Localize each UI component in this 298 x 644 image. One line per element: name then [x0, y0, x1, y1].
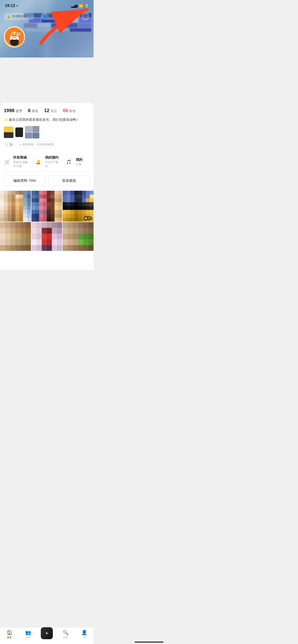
add-friend-btn[interactable]: 添加朋友 — [48, 176, 90, 186]
play-icon: ▶ — [85, 216, 87, 220]
service-shop[interactable]: 🛒 抖音商城 美好生活触手可得 — [4, 152, 30, 171]
music-icon: 🎵 — [64, 157, 73, 167]
following-label: 关注 — [50, 109, 57, 113]
shop-name: 抖音商城 — [13, 156, 30, 160]
header-right-icons: 🔍 ☰ — [71, 12, 90, 20]
open-teen-mode-btn[interactable]: 🔒 开启青少年模式 — [4, 13, 34, 20]
visitor-label: 新访客 4 — [49, 14, 61, 18]
add-tag-btn[interactable]: + 添加年龄、所在地等标签 — [17, 141, 57, 148]
booking-icon: 🔔 — [34, 157, 43, 167]
friends-label: 朋友 — [32, 109, 38, 113]
grid-item-2[interactable] — [32, 191, 62, 222]
content-grid-row2 — [0, 222, 94, 251]
booking-name: 我的预约 — [45, 156, 60, 160]
status-icons: ▂▄▆ 📶 🔋 — [71, 4, 89, 8]
followers-stat[interactable]: 66 粉丝 — [63, 108, 76, 113]
add-tag-label: 添加年龄、所在地等标签 — [22, 142, 54, 146]
bio-text: ✨ 躲在云层里的星星都在发光，我们也要加油鸭～ — [4, 117, 90, 122]
gender-icon: ♀ — [6, 143, 9, 146]
wifi-icon: 📶 — [79, 4, 83, 8]
color-swatches-row — [4, 126, 90, 138]
color-swatch-grid — [25, 126, 39, 138]
action-buttons: 编辑资料 70% 添加朋友 — [4, 176, 90, 186]
video-count: 17 — [88, 216, 91, 220]
profile-card: 1998 获赞 6 朋友 12 关注 66 粉丝 ✨ 躲在云层里的星星都在发光，… — [0, 103, 94, 270]
booking-info: 我的预约 今日1个预约 — [45, 156, 60, 168]
likes-label: 获赞 — [16, 109, 22, 113]
grid-item-4[interactable] — [0, 222, 31, 251]
grid-item-5[interactable] — [32, 222, 62, 251]
svg-point-7 — [14, 36, 15, 37]
following-stat[interactable]: 12 关注 — [44, 108, 57, 113]
music-info: 我的 已收 — [76, 158, 83, 166]
plus-icon: + — [20, 143, 21, 146]
followers-count: 66 — [63, 108, 68, 113]
color-swatch-yellow — [4, 126, 14, 138]
color-swatch-dark — [15, 128, 23, 137]
followers-label: 粉丝 — [69, 109, 76, 113]
tags-row: ♀ 女 + 添加年龄、所在地等标签 — [4, 141, 90, 148]
battery-icon: 🔋 — [85, 4, 89, 8]
content-grid: ▶ 17 — [0, 191, 94, 222]
music-name: 我的 — [76, 158, 83, 162]
stats-row: 1998 获赞 6 朋友 12 关注 66 粉丝 — [4, 108, 90, 113]
search-btn[interactable]: 🔍 — [71, 12, 79, 20]
avatar-area — [4, 26, 25, 48]
friends-count: 6 — [28, 108, 31, 113]
music-desc: 已收 — [76, 162, 83, 166]
svg-point-6 — [15, 35, 16, 36]
services-row: 🛒 抖音商城 美好生活触手可得 🔔 我的预约 今日1个预约 🎵 我的 已收 — [4, 152, 90, 172]
gender-tag: ♀ 女 — [4, 142, 15, 148]
lock-icon: 🔒 — [7, 14, 11, 18]
location-icon: ➤ — [16, 4, 19, 8]
open-teen-mode-label: 开启青少年模式 — [12, 14, 32, 18]
service-booking[interactable]: 🔔 我的预约 今日1个预约 — [30, 152, 60, 171]
header-nav: 🔒 开启青少年模式 👥 新访客 4 🔍 ☰ — [0, 12, 94, 20]
svg-point-2 — [11, 32, 18, 38]
search-icon: 🔍 — [72, 14, 77, 19]
grid-item-6[interactable] — [63, 222, 94, 251]
status-bar: 19:12 ➤ ▂▄▆ 📶 🔋 — [0, 0, 94, 10]
avatar — [4, 26, 25, 48]
menu-btn[interactable]: ☰ — [81, 12, 90, 20]
edit-profile-btn[interactable]: 编辑资料 70% — [4, 176, 45, 186]
signal-icon: ▂▄▆ — [71, 4, 77, 8]
visitor-btn[interactable]: 👥 新访客 4 — [41, 13, 64, 20]
booking-desc: 今日1个预约 — [45, 160, 60, 168]
status-time: 19:12 — [5, 3, 15, 8]
friends-stat[interactable]: 6 朋友 — [28, 108, 38, 113]
shop-icon: 🛒 — [4, 157, 11, 167]
gender-label: 女 — [10, 142, 13, 146]
menu-icon: ☰ — [84, 14, 87, 19]
svg-point-5 — [13, 35, 14, 36]
grid-item-3[interactable]: ▶ 17 — [63, 191, 94, 222]
following-count: 12 — [44, 108, 49, 113]
likes-count: 1998 — [4, 108, 15, 113]
visitors-icon: 👥 — [44, 14, 48, 18]
shop-info: 抖音商城 美好生活触手可得 — [13, 156, 30, 168]
grid-item-1[interactable] — [0, 191, 31, 222]
likes-stat[interactable]: 1998 获赞 — [4, 108, 22, 113]
service-music[interactable]: 🎵 我的 已收 — [60, 152, 90, 171]
shop-desc: 美好生活触手可得 — [13, 160, 30, 168]
video-play-badge: ▶ 17 — [84, 216, 92, 220]
